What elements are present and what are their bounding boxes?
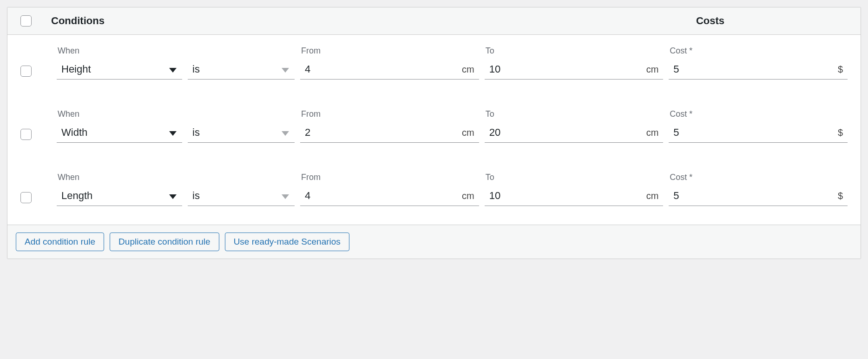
from-label: From: [300, 173, 479, 182]
to-label: To: [485, 173, 664, 182]
svg-marker-4: [169, 194, 177, 199]
to-label: To: [485, 46, 664, 56]
chevron-down-icon: [169, 126, 180, 139]
operator-label: [188, 173, 295, 182]
svg-marker-5: [282, 194, 289, 199]
unit-cm: cm: [458, 191, 477, 201]
to-input-wrap: cm: [485, 60, 664, 80]
chevron-down-icon: [169, 63, 180, 75]
from-input[interactable]: [305, 190, 458, 202]
svg-marker-3: [282, 131, 289, 136]
when-label: When: [57, 46, 182, 56]
when-value: Length: [61, 190, 92, 202]
to-label: To: [485, 109, 664, 119]
costs-column-header: Costs: [696, 15, 848, 27]
to-input[interactable]: [489, 126, 643, 139]
unit-currency: $: [834, 64, 846, 75]
cost-input-wrap: $: [669, 187, 848, 206]
from-input-wrap: cm: [300, 187, 479, 206]
when-select[interactable]: Length: [57, 187, 182, 206]
cost-label: Cost *: [669, 173, 848, 182]
row-checkbox[interactable]: [20, 66, 32, 77]
unit-cm: cm: [643, 64, 662, 75]
unit-currency: $: [834, 191, 846, 201]
svg-marker-1: [282, 68, 289, 73]
when-field-group: When Width: [57, 109, 182, 143]
from-input-wrap: cm: [300, 124, 479, 143]
operator-select[interactable]: is: [188, 187, 295, 206]
when-value: Width: [61, 126, 87, 139]
unit-cm: cm: [643, 191, 662, 201]
from-input[interactable]: [305, 63, 458, 75]
to-field-group: To cm: [485, 46, 664, 80]
from-field-group: From cm: [300, 46, 479, 80]
rule-row: When Width is From: [7, 98, 861, 161]
chevron-down-icon: [169, 190, 180, 202]
conditions-column-header: Conditions: [51, 15, 105, 27]
to-input-wrap: cm: [485, 187, 664, 206]
when-field-group: When Length: [57, 173, 182, 206]
unit-currency: $: [834, 127, 846, 138]
row-checkbox[interactable]: [20, 192, 32, 203]
to-field-group: To cm: [485, 109, 664, 143]
from-input-wrap: cm: [300, 60, 479, 80]
operator-value: is: [192, 190, 200, 202]
chevron-down-icon: [282, 126, 293, 139]
from-label: From: [300, 46, 479, 56]
when-select[interactable]: Height: [57, 60, 182, 80]
add-condition-rule-button[interactable]: Add condition rule: [16, 233, 104, 251]
svg-marker-0: [169, 68, 177, 73]
to-input[interactable]: [489, 63, 643, 75]
cost-field-group: Cost * $: [669, 173, 848, 206]
to-input[interactable]: [489, 190, 643, 202]
rules-body: When Height is From: [7, 35, 861, 225]
operator-value: is: [192, 63, 200, 75]
unit-cm: cm: [458, 127, 477, 138]
cost-field-group: Cost * $: [669, 46, 848, 80]
operator-field-group: is: [188, 173, 295, 206]
operator-value: is: [192, 126, 200, 139]
cost-input[interactable]: [673, 190, 834, 202]
duplicate-condition-rule-button[interactable]: Duplicate condition rule: [110, 233, 219, 251]
conditions-table: Conditions Costs When Height: [7, 7, 861, 259]
operator-select[interactable]: is: [188, 60, 295, 80]
operator-select[interactable]: is: [188, 124, 295, 143]
to-field-group: To cm: [485, 173, 664, 206]
operator-field-group: is: [188, 109, 295, 143]
rule-row: When Height is From: [7, 35, 861, 98]
operator-label: [188, 46, 295, 56]
unit-cm: cm: [643, 127, 662, 138]
when-label: When: [57, 173, 182, 182]
when-label: When: [57, 109, 182, 119]
chevron-down-icon: [282, 190, 293, 202]
cost-input[interactable]: [673, 126, 834, 139]
svg-marker-2: [169, 131, 177, 136]
chevron-down-icon: [282, 63, 293, 75]
row-checkbox-wrap: [20, 66, 51, 80]
row-checkbox-wrap: [20, 192, 51, 206]
table-footer: Add condition rule Duplicate condition r…: [7, 225, 861, 259]
to-input-wrap: cm: [485, 124, 664, 143]
from-field-group: From cm: [300, 173, 479, 206]
table-header: Conditions Costs: [7, 7, 861, 35]
cost-input-wrap: $: [669, 124, 848, 143]
when-field-group: When Height: [57, 46, 182, 80]
rule-row: When Length is From: [7, 161, 861, 225]
unit-cm: cm: [458, 64, 477, 75]
ready-made-scenarios-button[interactable]: Use ready-made Scenarios: [225, 233, 349, 251]
from-label: From: [300, 109, 479, 119]
cost-input-wrap: $: [669, 60, 848, 80]
row-checkbox-wrap: [20, 129, 51, 143]
from-field-group: From cm: [300, 109, 479, 143]
operator-field-group: is: [188, 46, 295, 80]
cost-label: Cost *: [669, 46, 848, 56]
row-checkbox[interactable]: [20, 129, 32, 140]
operator-label: [188, 109, 295, 119]
select-all-checkbox[interactable]: [20, 15, 32, 27]
cost-field-group: Cost * $: [669, 109, 848, 143]
cost-input[interactable]: [673, 63, 834, 75]
from-input[interactable]: [305, 126, 458, 139]
when-value: Height: [61, 63, 91, 75]
cost-label: Cost *: [669, 109, 848, 119]
when-select[interactable]: Width: [57, 124, 182, 143]
